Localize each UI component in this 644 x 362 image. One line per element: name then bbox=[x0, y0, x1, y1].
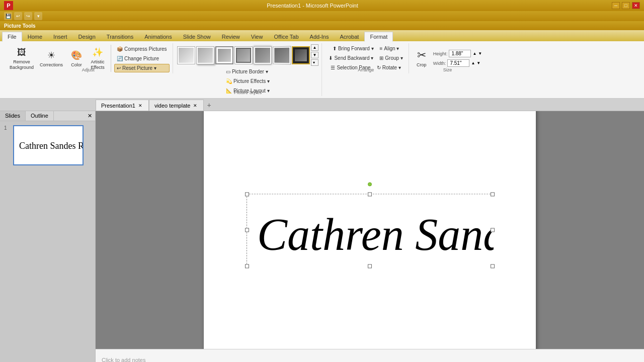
doc-tab-video-template[interactable]: video template ✕ bbox=[149, 100, 204, 111]
picture-border-button[interactable]: ▭ Picture Border ▾ bbox=[223, 67, 272, 76]
style-scroll-arrows: ▲ ▼ ▾ bbox=[311, 44, 319, 66]
tab-design[interactable]: Design bbox=[73, 31, 101, 41]
height-spinner-down[interactable]: ▼ bbox=[478, 51, 482, 56]
slides-panel: Slides Outline ✕ 1 Cathren Sandes Road bbox=[0, 111, 96, 362]
picture-effects-button[interactable]: 💫 Picture Effects ▾ bbox=[223, 77, 272, 85]
width-spinner-down[interactable]: ▼ bbox=[476, 61, 480, 65]
send-backward-button[interactable]: ⬇ Send Backward ▾ bbox=[326, 54, 376, 62]
app-icon[interactable]: P bbox=[4, 1, 13, 10]
size-fields: Height: 1.88" ▲ ▼ Width: 7.51" ▲ ▼ bbox=[433, 50, 482, 67]
panel-tab-slides[interactable]: Slides bbox=[0, 111, 26, 121]
handle-bl[interactable] bbox=[245, 264, 249, 268]
doc-tab-close-2[interactable]: ✕ bbox=[192, 103, 198, 109]
redo-qa-button[interactable]: ↪ bbox=[24, 12, 32, 20]
save-qa-button[interactable]: 💾 bbox=[4, 12, 12, 20]
align-label: Align ▾ bbox=[384, 46, 399, 51]
doc-tabs: Presentation1 ✕ video template ✕ + bbox=[0, 99, 644, 111]
handle-ml[interactable] bbox=[245, 228, 249, 232]
layout-icon: 📐 bbox=[226, 88, 232, 94]
handle-tl[interactable] bbox=[245, 192, 249, 196]
reset-picture-button[interactable]: ↩ Reset Picture ▾ bbox=[114, 64, 169, 72]
rotate-label: Rotate ▾ bbox=[382, 65, 401, 70]
picture-styles-content: ▲ ▼ ▾ ▭ Picture Border ▾ 💫 Picture Effec… bbox=[177, 44, 319, 95]
bring-forward-button[interactable]: ⬆ Bring Forward ▾ bbox=[330, 44, 376, 53]
align-icon: ≡ bbox=[380, 46, 383, 51]
crop-label: Crop bbox=[417, 62, 427, 67]
doc-tab-presentation1[interactable]: Presentation1 ✕ bbox=[96, 100, 149, 111]
style-thumb-1[interactable] bbox=[177, 46, 195, 64]
tab-file[interactable]: File bbox=[2, 32, 22, 42]
canvas-area: Cathren Sandles Road Click to add notes bbox=[96, 111, 644, 362]
style-thumb-7[interactable] bbox=[292, 46, 310, 64]
align-button[interactable]: ≡ Align ▾ bbox=[377, 44, 402, 53]
width-input[interactable]: 7.51" bbox=[447, 59, 469, 67]
rotate-button[interactable]: ↻ Rotate ▾ bbox=[374, 63, 404, 72]
crop-icon: ✂ bbox=[416, 49, 428, 61]
height-label: Height: bbox=[433, 51, 448, 56]
notes-area[interactable]: Click to add notes bbox=[96, 349, 644, 362]
style-thumb-4[interactable] bbox=[234, 46, 253, 64]
tab-slide-show[interactable]: Slide Show bbox=[178, 31, 216, 41]
title-bar-controls: ─ □ ✕ bbox=[612, 2, 640, 9]
slide-thumb-container-1: 1 Cathren Sandes Road bbox=[4, 125, 91, 165]
tab-animations[interactable]: Animations bbox=[139, 31, 177, 41]
style-thumb-2[interactable] bbox=[196, 46, 214, 64]
slide-thumb-content-1: Cathren Sandes Road bbox=[14, 126, 83, 164]
height-input[interactable]: 1.88" bbox=[449, 50, 471, 57]
handle-tc[interactable] bbox=[368, 192, 372, 196]
selected-image[interactable]: Cathren Sandles Road bbox=[247, 194, 493, 266]
handle-tr[interactable] bbox=[491, 192, 495, 196]
tab-format[interactable]: Format bbox=[364, 32, 393, 42]
tab-acrobat[interactable]: Acrobat bbox=[334, 31, 364, 41]
slide-thumbnail-1[interactable]: Cathren Sandes Road bbox=[13, 125, 84, 165]
handle-bc[interactable] bbox=[368, 264, 372, 268]
send-backward-icon: ⬇ bbox=[329, 55, 333, 61]
handle-rotate[interactable] bbox=[368, 182, 372, 186]
style-scroll-down[interactable]: ▼ bbox=[311, 52, 319, 58]
width-spinner-up[interactable]: ▲ bbox=[471, 61, 475, 65]
style-thumb-5[interactable] bbox=[254, 46, 272, 64]
tab-insert[interactable]: Insert bbox=[48, 31, 73, 41]
tab-review[interactable]: Review bbox=[216, 31, 246, 41]
tab-home[interactable]: Home bbox=[22, 31, 48, 41]
style-thumbnails: ▲ ▼ ▾ bbox=[177, 44, 319, 66]
effects-icon: 💫 bbox=[226, 78, 232, 84]
crop-button[interactable]: ✂ Crop bbox=[413, 48, 430, 69]
panel-close-button[interactable]: ✕ bbox=[85, 111, 95, 121]
restore-button[interactable]: □ bbox=[622, 2, 630, 9]
size-group-label: Size bbox=[443, 67, 452, 72]
style-scroll-up[interactable]: ▲ bbox=[311, 44, 319, 51]
change-picture-button[interactable]: 🔄 Change Picture bbox=[114, 54, 169, 63]
doc-tab-label-1: Presentation1 bbox=[101, 103, 135, 109]
ribbon-group-picture-styles: ▲ ▼ ▾ ▭ Picture Border ▾ 💫 Picture Effec… bbox=[174, 43, 323, 96]
title-bar-left: P bbox=[4, 1, 13, 10]
corrections-button[interactable]: ☀ Corrections bbox=[37, 48, 65, 69]
tab-transitions[interactable]: Transitions bbox=[101, 31, 139, 41]
doc-tab-close-1[interactable]: ✕ bbox=[137, 103, 143, 109]
handle-br[interactable] bbox=[491, 264, 495, 268]
remove-background-button[interactable]: 🖼 RemoveBackground bbox=[7, 45, 36, 72]
handle-mr[interactable] bbox=[491, 228, 495, 232]
minimize-button[interactable]: ─ bbox=[612, 2, 620, 9]
close-button[interactable]: ✕ bbox=[632, 2, 640, 9]
tab-view[interactable]: View bbox=[246, 31, 269, 41]
new-tab-button[interactable]: + bbox=[204, 100, 214, 111]
slide-canvas: Cathren Sandles Road bbox=[96, 111, 644, 349]
compress-pictures-button[interactable]: 📦 Compress Pictures bbox=[114, 45, 169, 53]
corrections-label: Corrections bbox=[40, 62, 63, 67]
color-label: Color bbox=[71, 62, 82, 67]
remove-background-label: RemoveBackground bbox=[10, 59, 34, 70]
undo-qa-button[interactable]: ↩ bbox=[14, 12, 22, 20]
group-button[interactable]: ⊞ Group ▾ bbox=[377, 54, 406, 62]
height-spinner-up[interactable]: ▲ bbox=[472, 51, 476, 56]
style-dropdown[interactable]: ▾ bbox=[311, 59, 319, 66]
color-button[interactable]: 🎨 Color bbox=[66, 48, 87, 69]
tab-add-ins[interactable]: Add-Ins bbox=[304, 31, 335, 41]
customize-qa-button[interactable]: ▾ bbox=[34, 12, 42, 20]
style-thumb-3[interactable] bbox=[215, 46, 233, 64]
panel-tab-outline[interactable]: Outline bbox=[26, 111, 54, 121]
ribbon-context-bar: Picture Tools bbox=[0, 21, 644, 30]
tab-office-tab[interactable]: Office Tab bbox=[268, 31, 304, 41]
remove-background-icon: 🖼 bbox=[16, 46, 28, 58]
style-thumb-6[interactable] bbox=[273, 46, 291, 64]
